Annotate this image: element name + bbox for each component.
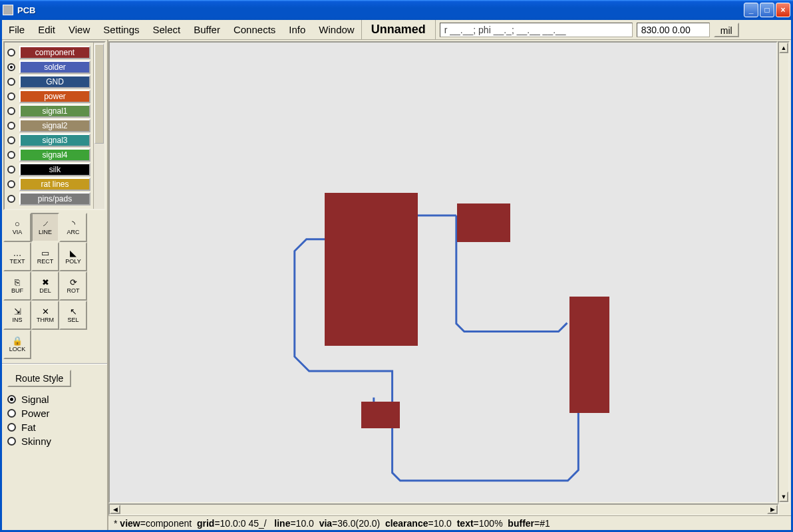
tool-arc[interactable]: ◝ARC xyxy=(59,213,87,242)
tool-label: BUF xyxy=(11,287,23,294)
route-option-fat[interactable]: Fat xyxy=(7,420,102,434)
layer-button-signal2[interactable]: signal2 xyxy=(19,119,90,132)
layer-scrollbar[interactable] xyxy=(93,43,104,209)
route-radio-icon xyxy=(7,437,16,446)
layer-button-silk[interactable]: silk xyxy=(19,163,90,176)
buf-icon: ⎘ xyxy=(15,278,20,287)
ins-icon: ⇲ xyxy=(14,307,21,316)
layer-row-solder: solder xyxy=(6,60,92,74)
pad[interactable] xyxy=(325,193,418,346)
rect-icon: ▭ xyxy=(41,249,49,257)
layer-button-power[interactable]: power xyxy=(19,90,90,103)
layer-radio-solder[interactable] xyxy=(7,63,15,71)
scroll-right-button[interactable]: ▶ xyxy=(767,505,778,514)
layer-button-pins/pads[interactable]: pins/pads xyxy=(19,192,90,205)
layer-button-signal4[interactable]: signal4 xyxy=(19,148,90,162)
close-button[interactable]: × xyxy=(776,3,790,17)
canvas-vscrollbar[interactable]: ▲ ▼ xyxy=(778,41,790,503)
layer-row-GND: GND xyxy=(6,74,92,89)
layer-row-component: component xyxy=(6,45,92,60)
layer-row-rat-lines: rat lines xyxy=(6,177,92,192)
left-panel: componentsolderGNDpowersignal1signal2sig… xyxy=(2,40,108,530)
tool-lock[interactable]: 🔒LOCK xyxy=(3,330,31,359)
layer-radio-signal2[interactable] xyxy=(7,122,15,130)
scroll-left-button[interactable]: ◀ xyxy=(110,505,120,514)
route-style-button[interactable]: Route Style xyxy=(7,370,71,387)
layer-radio-signal4[interactable] xyxy=(7,151,15,159)
menu-buffer[interactable]: Buffer xyxy=(187,21,227,38)
tool-line[interactable]: ⟋LINE xyxy=(31,213,59,242)
route-option-power[interactable]: Power xyxy=(7,406,102,420)
tool-ins[interactable]: ⇲INS xyxy=(3,301,31,330)
route-option-signal[interactable]: Signal xyxy=(7,392,102,406)
layer-radio-rat-lines[interactable] xyxy=(7,180,15,188)
pad[interactable] xyxy=(361,402,400,428)
tool-label: POLY xyxy=(65,258,80,265)
layer-radio-signal1[interactable] xyxy=(7,107,15,115)
layer-radio-pins/pads[interactable] xyxy=(7,195,15,203)
tool-sel[interactable]: ↖SEL xyxy=(59,301,87,330)
layer-button-solder[interactable]: solder xyxy=(19,61,90,74)
scroll-up-button[interactable]: ▲ xyxy=(779,43,788,53)
tool-label: ARC xyxy=(67,229,79,235)
layer-radio-component[interactable] xyxy=(7,49,15,57)
pcb-canvas[interactable] xyxy=(108,41,778,503)
layer-row-power: power xyxy=(6,89,92,104)
tool-del[interactable]: ✖DEL xyxy=(31,271,59,301)
del-icon: ✖ xyxy=(42,278,49,287)
window-title: PCB xyxy=(17,5,744,15)
tool-poly[interactable]: ◣POLY xyxy=(59,242,87,271)
scroll-down-button[interactable]: ▼ xyxy=(779,491,788,502)
layer-button-component[interactable]: component xyxy=(19,46,90,59)
menu-window[interactable]: Window xyxy=(312,21,361,38)
menu-connects[interactable]: Connects xyxy=(227,21,282,38)
readout-coord: 830.00 0.00 xyxy=(637,23,710,37)
pad[interactable] xyxy=(457,203,510,242)
tool-text[interactable]: …TEXT xyxy=(3,242,31,271)
layer-button-signal3[interactable]: signal3 xyxy=(19,134,90,147)
tool-buf[interactable]: ⎘BUF xyxy=(3,271,31,301)
layer-radio-power[interactable] xyxy=(7,92,15,100)
tool-label: LOCK xyxy=(9,346,26,352)
layer-radio-GND[interactable] xyxy=(7,78,15,86)
layer-button-signal1[interactable]: signal1 xyxy=(19,104,90,118)
route-radio-icon xyxy=(7,423,16,432)
readout-polar: r __.__; phi __._; __.__ __.__ xyxy=(440,23,633,37)
layer-radio-silk[interactable] xyxy=(7,166,15,174)
menu-settings[interactable]: Settings xyxy=(96,21,146,38)
tool-rect[interactable]: ▭RECT xyxy=(31,242,59,271)
minimize-button[interactable]: _ xyxy=(744,3,758,17)
route-option-label: Fat xyxy=(21,422,36,433)
layer-button-rat-lines[interactable]: rat lines xyxy=(19,178,90,191)
menu-select[interactable]: Select xyxy=(146,21,187,38)
arc-icon: ◝ xyxy=(72,219,75,228)
poly-icon: ◣ xyxy=(70,249,77,257)
rot-icon: ⟳ xyxy=(70,278,77,287)
menu-info[interactable]: Info xyxy=(282,21,312,38)
layer-button-GND[interactable]: GND xyxy=(19,75,90,88)
tool-label: INS xyxy=(12,317,22,323)
thrm-icon: ✕ xyxy=(42,307,49,316)
tool-label: DEL xyxy=(39,287,51,294)
unit-toggle-button[interactable]: mil xyxy=(714,23,739,37)
tool-via[interactable]: ○VIA xyxy=(3,213,31,242)
menu-file[interactable]: File xyxy=(2,21,31,38)
route-option-skinny[interactable]: Skinny xyxy=(7,434,102,448)
tool-rot[interactable]: ⟳ROT xyxy=(59,271,87,301)
layer-row-signal3: signal3 xyxy=(6,133,92,148)
canvas-hscrollbar[interactable]: ◀ ▶ xyxy=(108,503,779,515)
route-option-label: Skinny xyxy=(21,436,51,447)
layer-row-silk: silk xyxy=(6,162,92,177)
menu-view[interactable]: View xyxy=(62,21,96,38)
tool-label: VIA xyxy=(13,229,23,235)
tool-label: ROT xyxy=(67,287,80,294)
maximize-button[interactable]: □ xyxy=(760,3,774,17)
line-icon: ⟋ xyxy=(41,219,50,228)
menu-edit[interactable]: Edit xyxy=(31,21,62,38)
layer-row-signal2: signal2 xyxy=(6,118,92,133)
tool-thrm[interactable]: ✕THRM xyxy=(31,301,59,330)
pad[interactable] xyxy=(569,297,609,413)
layer-radio-signal3[interactable] xyxy=(7,136,15,144)
text-icon: … xyxy=(13,249,22,257)
route-option-label: Power xyxy=(21,408,50,419)
